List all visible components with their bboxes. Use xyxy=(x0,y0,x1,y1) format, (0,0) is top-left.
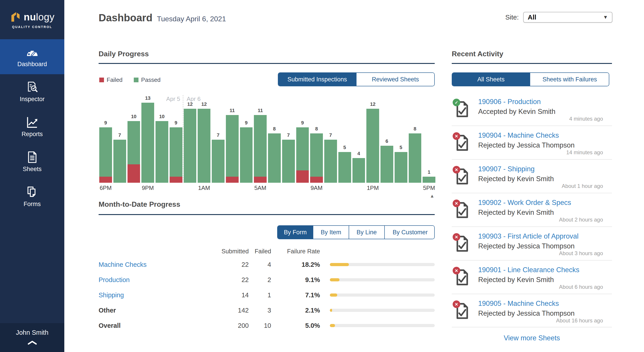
rejected-x-badge: ✕ xyxy=(453,233,460,241)
rejected-x-badge: ✕ xyxy=(453,200,460,207)
bar-value-label: 10 xyxy=(159,114,164,120)
bar-2AM: 7 xyxy=(212,132,224,183)
sheet-link[interactable]: 190901 - Line Clearance Checks xyxy=(478,266,580,274)
mtd-rule xyxy=(98,214,435,215)
bar-3AM: 11 xyxy=(226,108,239,183)
sidebar-item-sheets[interactable]: Sheets xyxy=(0,144,64,179)
tab-by-form[interactable]: By Form xyxy=(278,226,313,239)
sheet-check-icon: ✕ xyxy=(456,303,472,321)
bar-2PM: 6 xyxy=(380,138,393,183)
bar-passed-segment xyxy=(310,133,323,183)
sheet-link[interactable]: 190907 - Shipping xyxy=(478,165,535,173)
user-name: John Smith xyxy=(16,329,48,336)
x-axis-label: 9PM xyxy=(142,185,154,191)
legend-swatch xyxy=(134,78,138,82)
sidebar-item-label: Forms xyxy=(24,201,41,208)
column-header-failed: Failed xyxy=(249,248,271,255)
legend-item-passed: Passed xyxy=(134,77,161,83)
bar-value-label: 7 xyxy=(329,132,332,138)
form-link[interactable]: Machine Checks xyxy=(98,261,213,268)
chevron-up-icon[interactable] xyxy=(27,340,37,346)
site-select-value: All xyxy=(528,14,536,21)
table-row-machine-checks: Machine Checks 22 4 18.2% xyxy=(98,257,435,272)
timestamp: About 6 hours ago xyxy=(559,284,603,290)
sidebar-item-forms[interactable]: Forms xyxy=(0,179,64,214)
accepted-check-badge: ✓ xyxy=(453,99,460,106)
bar-passed-segment xyxy=(212,140,224,183)
sidebar-item-reports[interactable]: Reports xyxy=(0,109,64,144)
bar-value-label: 9 xyxy=(104,120,107,126)
bar-11AM: 5 xyxy=(338,145,351,183)
tab-sheets-with-failures[interactable]: Sheets with Failures xyxy=(530,73,609,86)
daily-progress-rule xyxy=(98,63,435,64)
reports-icon xyxy=(26,116,38,129)
nulogy-mark-icon xyxy=(10,11,22,23)
bar-passed-segment xyxy=(170,127,182,183)
bar-9PM: 13 xyxy=(142,95,154,183)
tab-by-item[interactable]: By Item xyxy=(313,226,348,239)
bar-value-label: 11 xyxy=(258,108,263,113)
column-header-failure-rate: Failure Rate xyxy=(271,248,320,255)
sheet-link[interactable]: 190905 - Machine Checks xyxy=(478,299,559,308)
bar-failed-segment xyxy=(170,177,182,183)
sheet-link[interactable]: 190903 - First Article of Approval xyxy=(478,232,578,240)
bar-passed-segment xyxy=(324,140,337,183)
divider xyxy=(452,159,612,160)
timestamp: About 16 hours ago xyxy=(556,317,603,324)
bar-passed-segment xyxy=(156,121,168,183)
bar-value-label: 9 xyxy=(174,120,177,126)
failure-rate-value: 2.1% xyxy=(271,307,320,314)
view-more-sheets-link[interactable]: View more Sheets xyxy=(452,334,612,342)
bar-failed-segment xyxy=(296,170,309,183)
bar-passed-segment xyxy=(268,133,281,183)
bar-passed-segment xyxy=(422,177,436,183)
activity-tabs: All SheetsSheets with Failures xyxy=(452,72,609,86)
collapse-chart-icon[interactable]: ▲ xyxy=(430,193,434,199)
form-link[interactable]: Production xyxy=(98,276,213,284)
bar-12PM: 4 xyxy=(352,151,365,183)
mtd-table: Submitted Failed Failure Rate Machine Ch… xyxy=(98,246,435,333)
bar-passed-segment xyxy=(296,127,309,183)
sidebar: nulogy QUALITY CONTROL Dashboard Inspect… xyxy=(0,0,64,352)
table-row-production: Production 22 2 9.1% xyxy=(98,272,435,287)
bar-10PM: 10 xyxy=(156,114,168,183)
tab-by-line[interactable]: By Line xyxy=(349,226,384,239)
x-axis-label: 5PM xyxy=(423,185,435,191)
sheet-link[interactable]: 190902 - Work Order & Specs xyxy=(478,199,571,207)
recent-activity-rule xyxy=(452,63,612,64)
bar-passed-segment xyxy=(352,158,365,183)
sidebar-item-inspector[interactable]: Inspector xyxy=(0,74,64,109)
tab-by-customer[interactable]: By Customer xyxy=(384,226,435,239)
divider xyxy=(452,126,612,126)
bar-passed-segment xyxy=(409,133,422,183)
tab-reviewed-sheets[interactable]: Reviewed Sheets xyxy=(356,73,434,86)
bar-8AM: 9 xyxy=(296,120,309,183)
timestamp: 4 minutes ago xyxy=(569,116,603,122)
sheet-action: Rejected by Jessica Thompson xyxy=(478,242,574,250)
rejected-x-badge: ✕ xyxy=(453,300,460,308)
page-title: Dashboard xyxy=(98,12,152,24)
forms-icon xyxy=(26,186,38,198)
bar-7AM: 7 xyxy=(282,132,295,183)
sheet-link[interactable]: 190906 - Production xyxy=(478,98,541,106)
sheet-action: Rejected by Jessica Thompson xyxy=(478,141,574,149)
sheet-action: Accepted by Kevin Smith xyxy=(478,108,556,116)
site-select[interactable]: All ▼ xyxy=(523,12,612,23)
table-row-overall: Overall 200 10 5.0% xyxy=(98,318,435,333)
form-link[interactable]: Shipping xyxy=(98,291,213,299)
bar-value-label: 8 xyxy=(273,126,276,132)
sheet-check-icon: ✓ xyxy=(456,101,472,120)
sidebar-item-dashboard[interactable]: Dashboard xyxy=(0,39,64,74)
bar-value-label: 12 xyxy=(187,101,193,107)
bar-passed-segment xyxy=(366,109,379,183)
user-section[interactable]: John Smith xyxy=(0,323,64,352)
sheet-link[interactable]: 190904 - Machine Checks xyxy=(478,131,559,139)
daily-chart: Apr 5 Apr 6 9 7 10 13 10 xyxy=(99,94,436,183)
failure-rate-value: 7.1% xyxy=(271,291,320,299)
bar-value-label: 5 xyxy=(343,145,346,150)
tab-all-sheets[interactable]: All Sheets xyxy=(452,73,530,86)
stacked-bar-chart: 9 7 10 13 10 xyxy=(99,94,436,183)
tab-submitted-inspections[interactable]: Submitted Inspections xyxy=(278,73,356,86)
legend-item-failed: Failed xyxy=(99,77,122,83)
x-axis-label: 1PM xyxy=(367,185,379,191)
